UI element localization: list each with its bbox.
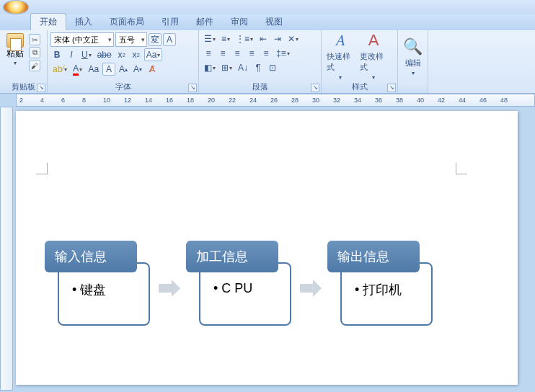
smartart-block[interactable]: 加工信息• C PU (186, 241, 294, 336)
change-case-button[interactable]: Aa (144, 48, 163, 61)
decrease-indent-button[interactable]: ⇤ (257, 32, 270, 45)
tab-home[interactable]: 开始 (30, 13, 66, 30)
group-label-font: 字体↘ (48, 81, 198, 93)
font-color-button[interactable]: A (71, 63, 84, 76)
quick-styles-button[interactable]: 𝐴 快速样式 ▾ (326, 33, 355, 78)
ruler-tick: 42 (438, 97, 445, 104)
ruler-tick: 32 (333, 97, 340, 104)
char-border-button[interactable]: A (163, 33, 176, 46)
line-spacing-button[interactable]: ‡≡ (274, 47, 292, 60)
dialog-launcher-icon[interactable]: ↘ (188, 84, 197, 92)
ruler-tick: 6 (61, 97, 65, 104)
document-page[interactable]: 输入信息• 键盘加工信息• C PU输出信息• 打印机 (16, 111, 518, 385)
font-size-combo[interactable]: 五号 (115, 32, 147, 47)
font-family-combo[interactable]: 宋体 (中文正 (50, 32, 114, 47)
superscript-button[interactable]: x2 (130, 48, 143, 61)
ruler-tick: 8 (82, 97, 86, 104)
tab-references[interactable]: 引用 (153, 14, 187, 30)
tab-insert[interactable]: 插入 (66, 14, 101, 30)
group-font: 宋体 (中文正 五号 変 A B I U abe x2 x2 Aa ab⁄ A (48, 30, 199, 93)
quick-styles-icon: 𝐴 (336, 31, 345, 50)
align-left-button[interactable]: ≡ (202, 47, 215, 60)
chevron-down-icon: ▾ (14, 60, 17, 66)
smartart-head: 加工信息 (186, 241, 278, 272)
chevron-down-icon: ▾ (412, 70, 415, 76)
multilevel-button[interactable]: ⋮≡ (234, 32, 255, 45)
ruler-tick: 2 (19, 97, 23, 104)
edit-button[interactable]: 🔍 编辑 ▾ (402, 35, 423, 79)
tab-view[interactable]: 视图 (257, 14, 291, 30)
sort-button[interactable]: A↓ (236, 61, 250, 74)
highlight-button[interactable]: ab⁄ (50, 63, 69, 76)
numbering-button[interactable]: ≡ (219, 32, 232, 45)
ruler-area: 2468101214161820222426283032343638404244… (0, 94, 535, 107)
tab-review[interactable]: 审阅 (222, 14, 257, 30)
ruler-tick: 40 (417, 97, 424, 104)
dialog-launcher-icon[interactable]: ↘ (37, 84, 45, 92)
chevron-down-icon: ▾ (372, 74, 375, 81)
phonetic-guide-button[interactable]: 変 (149, 33, 162, 46)
align-center-button[interactable]: ≡ (216, 47, 229, 60)
chevron-down-icon: ▾ (339, 74, 342, 81)
smartart-head: 输入信息 (45, 241, 137, 272)
dialog-launcher-icon[interactable]: ↘ (311, 84, 319, 92)
bullets-button[interactable]: ☰ (202, 32, 218, 45)
change-styles-icon: A (368, 31, 379, 50)
text-direction-button[interactable]: ✕ (286, 32, 301, 45)
subscript-button[interactable]: x2 (115, 48, 128, 61)
arrow-right-icon (300, 280, 322, 297)
group-paragraph: ☰ ≡ ⋮≡ ⇤ ⇥ ✕ ≡ ≡ ≡ ≡ ≡ ‡≡ ◧ ⊞ (199, 30, 322, 93)
margin-corner-icon (36, 163, 48, 174)
snap-grid-button[interactable]: ⊡ (266, 61, 279, 74)
shrink-font-button[interactable]: A▾ (131, 63, 144, 76)
shading-button[interactable]: ◧ (202, 61, 218, 74)
horizontal-ruler[interactable]: 2468101214161820222426283032343638404244… (16, 94, 535, 107)
smartart-head: 输出信息 (327, 241, 420, 272)
strike-button[interactable]: abe (95, 48, 114, 61)
ruler-tick: 34 (354, 97, 361, 104)
increase-indent-button[interactable]: ⇥ (271, 32, 284, 45)
format-painter-button[interactable]: 🖌 (29, 60, 40, 71)
group-styles: 𝐴 快速样式 ▾ A 更改样式 ▾ 样式↘ (322, 30, 398, 93)
group-label-edit (398, 83, 428, 93)
underline-button[interactable]: U (79, 48, 94, 61)
tab-mail[interactable]: 邮件 (187, 14, 222, 30)
justify-button[interactable]: ≡ (245, 47, 258, 60)
borders-button[interactable]: ⊞ (219, 61, 234, 74)
cut-button[interactable]: ✂ (29, 34, 40, 45)
smartart-block[interactable]: 输入信息• 键盘 (45, 241, 153, 336)
grow-font-button[interactable]: A▴ (117, 63, 130, 76)
smartart-block[interactable]: 输出信息• 打印机 (327, 241, 435, 336)
ruler-tick: 36 (375, 97, 382, 104)
show-marks-button[interactable]: ¶ (252, 61, 265, 74)
ruler-tick: 30 (312, 97, 319, 104)
bold-button[interactable]: B (50, 48, 63, 61)
align-right-button[interactable]: ≡ (231, 47, 244, 60)
ruler-tick: 18 (187, 97, 194, 104)
clear-format-button[interactable]: A̸ (146, 63, 159, 76)
title-bar (0, 0, 535, 14)
copy-button[interactable]: ⧉ (29, 47, 40, 58)
office-button[interactable] (3, 0, 29, 14)
ruler-tick: 24 (249, 97, 257, 104)
distribute-button[interactable]: ≡ (260, 47, 273, 60)
tab-layout[interactable]: 页面布局 (101, 14, 153, 30)
ruler-tick: 48 (500, 97, 508, 104)
margin-corner-icon (456, 163, 467, 174)
group-label-styles: 样式↘ (322, 81, 397, 93)
ruler-tick: 4 (40, 97, 44, 104)
change-styles-button[interactable]: A 更改样式 ▾ (359, 33, 388, 78)
vertical-ruler[interactable] (0, 107, 13, 391)
italic-button[interactable]: I (65, 48, 78, 61)
arrow-right-icon (159, 280, 180, 297)
group-label-clipboard: 剪贴板↘ (0, 81, 47, 93)
ribbon-tabs: 开始 插入 页面布局 引用 邮件 审阅 视图 (0, 14, 535, 30)
ruler-tick: 10 (103, 97, 110, 104)
find-icon: 🔍 (403, 37, 423, 56)
smartart-diagram[interactable]: 输入信息• 键盘加工信息• C PU输出信息• 打印机 (45, 241, 435, 336)
dialog-launcher-icon[interactable]: ↘ (387, 84, 396, 92)
paste-button[interactable]: 粘贴 ▾ (3, 32, 27, 67)
ruler-tick: 26 (270, 97, 278, 104)
char-shading-button[interactable]: Aа (86, 63, 101, 76)
enclose-char-button[interactable]: A (102, 63, 115, 76)
